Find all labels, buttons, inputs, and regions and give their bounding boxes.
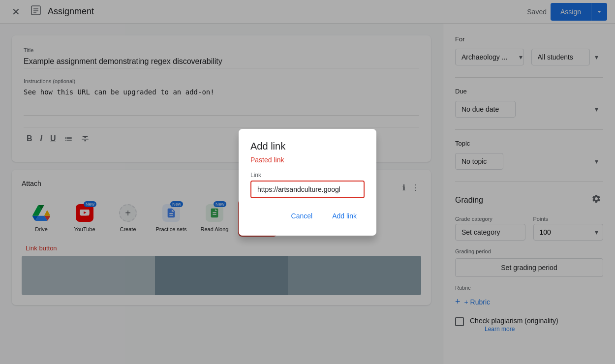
modal-overlay: Add link Pasted link Link Cancel Add lin… [0,0,615,364]
modal-input-wrapper [250,181,365,198]
modal-subtitle: Pasted link [250,156,365,164]
modal-cancel-button[interactable]: Cancel [283,208,321,224]
link-input[interactable] [257,185,358,193]
modal-actions: Cancel Add link [250,208,365,224]
modal-add-link-button[interactable]: Add link [324,208,365,224]
modal-field-label: Link [250,172,365,179]
add-link-modal: Add link Pasted link Link Cancel Add lin… [239,129,376,236]
modal-title: Add link [250,141,365,152]
